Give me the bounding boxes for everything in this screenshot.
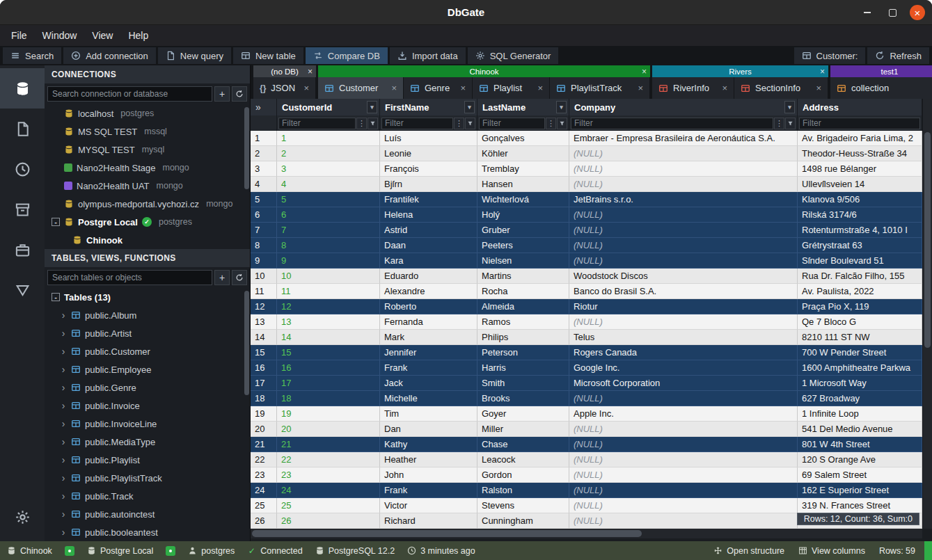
grid-cell[interactable]: 4 [277, 177, 380, 192]
grid-cell[interactable]: 162 E Superior Street [798, 483, 922, 498]
chevron-right-icon[interactable]: › [60, 509, 67, 520]
chevron-right-icon[interactable]: › [60, 472, 67, 483]
menu-help[interactable]: Help [121, 27, 155, 44]
grid-cell[interactable]: Miller [477, 422, 569, 437]
grid-cell[interactable]: Peterson [477, 345, 569, 360]
tab-genre[interactable]: Genre× [404, 77, 473, 99]
grid-cell[interactable]: 700 W Pender Street [798, 345, 922, 360]
grid-cell[interactable]: Tremblay [477, 161, 569, 177]
grid-cell[interactable]: Riotur [569, 299, 798, 314]
grid-cell[interactable]: Daan [380, 238, 477, 253]
tab-playlist[interactable]: Playlist× [473, 77, 550, 99]
grid-cell[interactable]: Almeida [477, 299, 569, 314]
column-header-customerid[interactable]: CustomerId▾ [277, 99, 380, 115]
funnel-icon[interactable] [368, 118, 378, 129]
grid-cell[interactable]: 13 [277, 314, 380, 330]
row-number[interactable]: 15 [251, 345, 277, 360]
grid-cell[interactable]: 11 [277, 284, 380, 299]
funnel-icon[interactable] [557, 118, 567, 129]
refresh-tables-button[interactable] [232, 270, 247, 285]
kebab-icon[interactable]: ⋮ [774, 118, 784, 129]
connection-search-input[interactable] [47, 86, 212, 102]
database-group-bar[interactable]: (no DB)× [253, 65, 316, 77]
grid-cell[interactable]: (NULL) [569, 483, 798, 498]
chevron-right-icon[interactable]: › [60, 328, 67, 339]
close-icon[interactable]: × [460, 83, 466, 93]
grid-cell[interactable]: Philips [477, 330, 569, 345]
grid-cell[interactable]: François [380, 161, 477, 177]
grid-cell[interactable]: Hansen [477, 177, 569, 192]
close-icon[interactable]: × [537, 83, 543, 93]
grid-cell[interactable]: Brooks [477, 391, 569, 406]
connection-postgre-local[interactable]: -Postgre Local✓postgres [45, 213, 250, 231]
database-group-bar[interactable]: Chinook× [318, 65, 650, 77]
grid-cell[interactable]: Martins [477, 269, 569, 284]
tables-search-input[interactable] [47, 270, 212, 285]
grid-cell[interactable]: Chase [477, 437, 569, 452]
menu-file[interactable]: File [4, 27, 34, 44]
chevron-right-icon[interactable]: › [60, 490, 67, 502]
tab-playlisttrack[interactable]: PlaylistTrack× [550, 77, 650, 99]
grid-cell[interactable]: 19 [277, 406, 380, 422]
grid-cell[interactable]: 17 [277, 376, 380, 391]
filter-input-customerid[interactable] [278, 118, 356, 129]
chevron-right-icon[interactable]: › [60, 382, 67, 393]
kebab-icon[interactable]: ⋮ [546, 118, 556, 129]
grid-cell[interactable]: Woodstock Discos [569, 269, 798, 284]
grid-cell[interactable]: Av. Paulista, 2022 [798, 284, 922, 299]
grid-cell[interactable]: John [380, 467, 477, 483]
grid-cell[interactable]: 1 [277, 131, 380, 146]
grid-cell[interactable]: 9 [277, 253, 380, 269]
grid-cell[interactable]: 2 [277, 146, 380, 161]
close-icon[interactable]: × [816, 83, 821, 93]
grid-menu-button[interactable]: » [251, 99, 277, 115]
grid-cell[interactable]: Kara [380, 253, 477, 269]
sidebar-single-database[interactable] [0, 270, 45, 310]
grid-cell[interactable]: Nielsen [477, 253, 569, 269]
grid-cell[interactable]: Helena [380, 207, 477, 223]
scrollbar-thumb[interactable] [244, 107, 249, 189]
table-public-playlisttrack[interactable]: ›public.PlaylistTrack [45, 469, 250, 487]
grid-cell[interactable]: 3 [277, 161, 380, 177]
scrollbar-thumb[interactable] [924, 132, 931, 348]
close-button[interactable]: × [910, 5, 925, 20]
row-number[interactable]: 16 [251, 360, 277, 376]
grid-cell[interactable]: Ralston [477, 483, 569, 498]
close-icon[interactable]: × [303, 83, 309, 93]
grid-cell[interactable]: Mark [380, 330, 477, 345]
chevron-right-icon[interactable]: › [60, 454, 67, 465]
row-number[interactable]: 18 [251, 391, 277, 406]
chevron-right-icon[interactable]: › [60, 436, 67, 447]
grid-cell[interactable]: Bjſrn [380, 177, 477, 192]
close-icon[interactable]: × [642, 67, 647, 76]
connection-mysql-test[interactable]: MYSQL TESTmysql [45, 141, 250, 159]
add-connection-small-button[interactable]: + [214, 86, 230, 102]
grid-cell[interactable]: Fernanda [380, 314, 477, 330]
grid-cell[interactable]: 8 [277, 238, 380, 253]
row-number[interactable]: 2 [251, 146, 277, 161]
funnel-icon[interactable] [465, 118, 475, 129]
grid-cell[interactable]: Wichterlová [477, 192, 569, 207]
row-number[interactable]: 12 [251, 299, 277, 314]
grid-cell[interactable]: Rua Dr. Falcão Filho, 155 [798, 269, 922, 284]
tab-riverinfo[interactable]: RiverInfo× [652, 77, 734, 99]
grid-cell[interactable]: Alexandre [380, 284, 477, 299]
grid-cell[interactable]: 801 W 4th Street [798, 437, 922, 452]
grid-cell[interactable]: Rogers Canada [569, 345, 798, 360]
toolbar-compare-db-button[interactable]: Compare DB [306, 47, 388, 64]
tab-json[interactable]: {}JSON× [253, 77, 316, 99]
database-group-bar[interactable]: test1× [830, 65, 932, 77]
grid-cell[interactable]: Smith [477, 376, 569, 391]
table-public-album[interactable]: ›public.Album [45, 306, 250, 324]
funnel-icon[interactable] [785, 118, 796, 129]
table-public-playlist[interactable]: ›public.Playlist [45, 451, 250, 469]
row-number[interactable]: 19 [251, 406, 277, 422]
chevron-down-icon[interactable]: ▾ [784, 101, 795, 113]
grid-cell[interactable]: 23 [277, 467, 380, 483]
row-number[interactable]: 23 [251, 467, 277, 483]
grid-cell[interactable]: Peeters [477, 238, 569, 253]
grid-cell[interactable]: Leacock [477, 452, 569, 467]
grid-cell[interactable]: 24 [277, 483, 380, 498]
grid-cell[interactable]: Apple Inc. [569, 406, 798, 422]
menu-window[interactable]: Window [35, 27, 84, 44]
